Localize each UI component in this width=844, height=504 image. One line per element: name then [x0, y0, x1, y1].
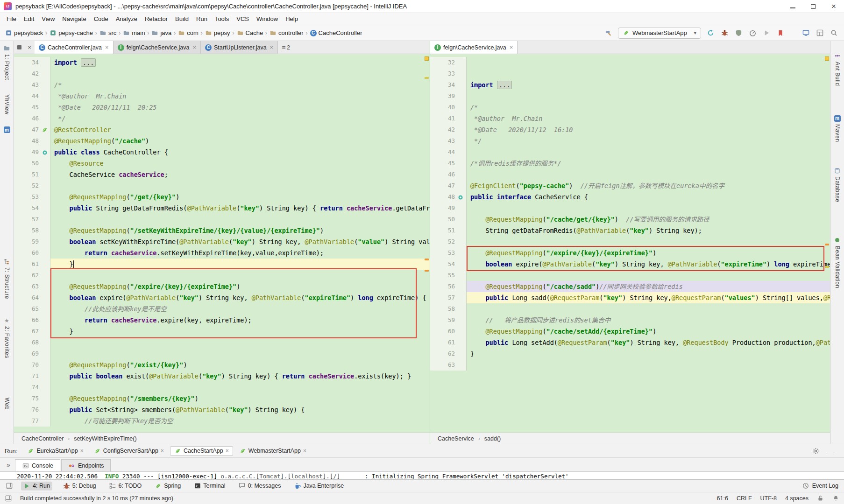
run-tab-eurekastartapp[interactable]: EurekaStartApp×: [23, 446, 87, 456]
error-stripe[interactable]: [423, 54, 430, 433]
toolbar-chevrons-icon[interactable]: »: [2, 461, 15, 469]
inspection-indicator-icon[interactable]: [825, 56, 829, 61]
stripe-button-favorites[interactable]: ★2: Favorites: [3, 317, 10, 358]
window-icon[interactable]: [5, 495, 12, 502]
code-line[interactable]: 49: [430, 203, 830, 214]
gutter[interactable]: 48: [14, 135, 50, 147]
gutter[interactable]: 51: [430, 225, 467, 236]
gutter[interactable]: 66: [14, 315, 50, 326]
menu-item-build[interactable]: Build: [171, 14, 192, 24]
code-line[interactable]: 68: [14, 337, 430, 348]
code-line[interactable]: 61 public Long setAdd(@RequestParam("key…: [430, 337, 830, 348]
stripe-button-structure[interactable]: 7: Structure: [3, 258, 10, 299]
code-line[interactable]: 42 *@Date 2020/11/12 16:10: [430, 124, 830, 135]
gutter[interactable]: 32: [430, 57, 467, 68]
close-tab-icon[interactable]: ×: [192, 44, 196, 51]
gutter[interactable]: 62: [14, 270, 50, 281]
close-tab-icon[interactable]: ×: [105, 44, 109, 51]
code-line[interactable]: 66 return cacheService.expire(key, expir…: [14, 315, 430, 326]
stripe-button-web[interactable]: Web: [4, 398, 10, 410]
menu-item-refactor[interactable]: Refactor: [141, 14, 171, 24]
gutter[interactable]: 63: [430, 359, 467, 371]
gutter[interactable]: 65: [14, 303, 50, 315]
gutter[interactable]: 59: [14, 236, 50, 247]
code-line[interactable]: 75 @RequestMapping("/smembers/{key}"): [14, 393, 430, 404]
code-line[interactable]: 59 // 将产品数据同步进redis的set集合中: [430, 315, 830, 326]
gutter[interactable]: 51: [14, 169, 50, 180]
debug-button[interactable]: [719, 28, 730, 39]
code-line[interactable]: 71 public boolean exist(@PathVariable("k…: [14, 371, 430, 382]
gutter[interactable]: 63: [14, 281, 50, 292]
gutter[interactable]: 52: [14, 180, 50, 191]
code-line[interactable]: 41 *@author Mr.Chain: [430, 113, 830, 124]
breadcrumb-item[interactable]: CacheController: [21, 435, 64, 442]
menu-item-navigate[interactable]: Navigate: [58, 14, 90, 24]
run-config-selector[interactable]: WebmasterStartApp ▾: [618, 28, 701, 39]
bookmark-button[interactable]: [775, 28, 786, 39]
code-line[interactable]: 57 public Long sadd(@RequestParam("key")…: [430, 292, 830, 303]
gutter[interactable]: 33: [430, 68, 467, 79]
code-line[interactable]: 54 boolean expire(@PathVariable("key") S…: [430, 259, 830, 270]
hidden-tabs-indicator[interactable]: ≡2: [278, 41, 294, 54]
gutter[interactable]: 58: [14, 225, 50, 236]
toolwindow-button-0-messages[interactable]: 0: Messages: [236, 482, 284, 490]
gutter[interactable]: 49: [14, 147, 50, 158]
gutter[interactable]: 58: [430, 303, 467, 315]
code-line[interactable]: 44: [430, 147, 830, 158]
breadcrumb-item[interactable]: pepsy: [205, 28, 231, 37]
breadcrumb-item[interactable]: Cache: [236, 28, 264, 37]
run-tab-configserversartapp[interactable]: ConfigServerSartApp×: [90, 446, 168, 456]
code-line[interactable]: 44 *@author Mr.Chain: [14, 91, 430, 102]
close-tab-icon[interactable]: ×: [510, 44, 513, 51]
code-line[interactable]: 64 boolean expire(@PathVariable("key") S…: [14, 292, 430, 303]
status-message[interactable]: Build completed successfully in 2 s 10 m…: [20, 495, 173, 502]
toolwindow-switcher-icon[interactable]: [6, 483, 13, 490]
search-everywhere-button[interactable]: [828, 28, 839, 39]
menu-item-file[interactable]: File: [3, 14, 20, 24]
stripe-button-database[interactable]: Database: [834, 167, 841, 202]
gutter[interactable]: 60: [14, 247, 50, 259]
editor-tab[interactable]: CCacheController.java×: [35, 41, 113, 54]
gutter[interactable]: 43: [430, 135, 467, 147]
gutter[interactable]: 52: [430, 236, 467, 247]
code-line[interactable]: 48public interface CacheService {: [430, 191, 830, 203]
gutter[interactable]: 54: [430, 259, 467, 270]
gutter[interactable]: 40: [430, 102, 467, 113]
close-button[interactable]: ×: [823, 0, 844, 13]
code-line[interactable]: 74: [14, 382, 430, 393]
menu-item-code[interactable]: Code: [90, 14, 112, 24]
code-line[interactable]: 48@RequestMapping("/cache"): [14, 135, 430, 147]
rerun-button[interactable]: [705, 28, 716, 39]
toolwindow-button-spring[interactable]: Spring: [152, 482, 183, 490]
code-line[interactable]: 54 public String getDataFromRedis(@PathV…: [14, 203, 430, 214]
window-layout-button[interactable]: [814, 28, 825, 39]
close-editor-icon[interactable]: ×: [24, 41, 35, 54]
line-separator-indicator[interactable]: CRLF: [737, 495, 752, 502]
toolwindow-button-4-run[interactable]: 4: Run: [21, 482, 52, 490]
code-line[interactable]: 47@FeignClient("pepsy-cache") //开启feign注…: [430, 180, 830, 191]
gutter[interactable]: 47: [430, 180, 467, 191]
stripe-button-maven-mini[interactable]: m: [4, 126, 10, 133]
code-line[interactable]: 59 boolean setKeyWithExpireTime(@PathVar…: [14, 236, 430, 247]
gutter[interactable]: 44: [430, 147, 467, 158]
close-icon[interactable]: ×: [303, 448, 306, 454]
gutter[interactable]: 67: [14, 326, 50, 337]
gutter[interactable]: 68: [14, 337, 50, 348]
code-line[interactable]: 34import ...: [430, 79, 830, 91]
gutter[interactable]: 47: [14, 124, 50, 135]
menu-item-analyze[interactable]: Analyze: [112, 14, 141, 24]
breadcrumb-item[interactable]: CacheService: [438, 435, 474, 442]
editor-tab[interactable]: CStartUpListener.java×: [201, 41, 278, 54]
gutter[interactable]: 57: [430, 292, 467, 303]
close-tab-icon[interactable]: ×: [270, 44, 274, 51]
close-icon[interactable]: ×: [226, 448, 229, 454]
code-editor[interactable]: 34import ...4243/*44 *@author Mr.Chain45…: [14, 54, 430, 433]
code-line[interactable]: 42: [14, 68, 430, 79]
settings-gear-icon[interactable]: [810, 445, 821, 456]
code-line[interactable]: 49public class CacheController {: [14, 147, 430, 158]
code-line[interactable]: 47@RestController: [14, 124, 430, 135]
code-line[interactable]: 70 @RequestMapping("/exist/{key}"): [14, 359, 430, 371]
code-line[interactable]: 65 //此处应该判断key是不是空: [14, 303, 430, 315]
menu-item-view[interactable]: View: [38, 14, 58, 24]
gutter[interactable]: 48: [430, 191, 467, 203]
